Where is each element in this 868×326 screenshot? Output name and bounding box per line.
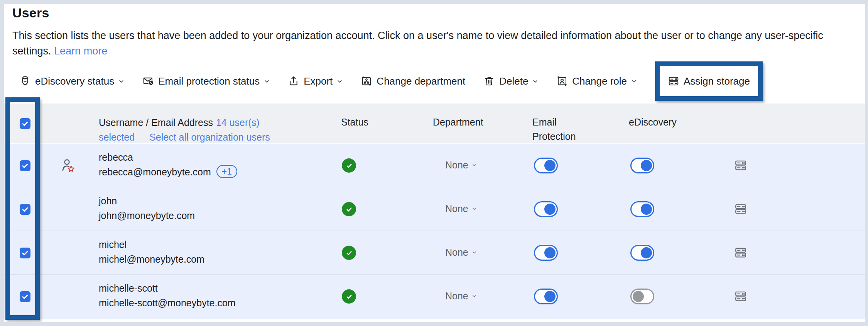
ediscovery-toggle[interactable] xyxy=(630,201,654,217)
page-description: This section lists the users that have b… xyxy=(12,28,845,59)
user-email: rebecca@moneybyte.com+1 xyxy=(99,165,237,179)
change-role-button[interactable]: Change role xyxy=(556,75,637,87)
extra-email-count-badge[interactable]: +1 xyxy=(216,165,237,178)
chevron-down-icon xyxy=(472,250,477,255)
select-all-checkbox[interactable] xyxy=(20,118,30,129)
ediscovery-toggle[interactable] xyxy=(630,289,654,304)
page-title: Users xyxy=(12,5,49,20)
email-protection-icon xyxy=(142,75,154,87)
admin-user-star-icon xyxy=(60,157,76,176)
active-status-icon xyxy=(342,289,356,304)
row-checkbox[interactable] xyxy=(20,204,30,215)
assign-storage-button[interactable]: Assign storage xyxy=(668,75,750,87)
user-name-cell[interactable]: john john@moneybyte.com xyxy=(99,194,195,223)
chevron-down-icon xyxy=(337,78,343,84)
username: rebecca xyxy=(99,150,237,165)
ediscovery-toggle[interactable] xyxy=(630,245,654,261)
chevron-down-icon xyxy=(472,163,477,168)
department-column-header: Department xyxy=(433,115,483,129)
ediscovery-column-header: eDiscovery xyxy=(629,115,677,129)
ediscovery-status-label: eDiscovery status xyxy=(35,75,114,87)
table-row: michelle-scott michelle-scott@moneybyte.… xyxy=(4,275,865,319)
select-all-organization-users-link[interactable]: Select all organization users xyxy=(149,132,270,143)
user-email: michel@moneybyte.com xyxy=(99,252,204,267)
change-department-icon xyxy=(361,75,372,87)
department-dropdown[interactable]: None xyxy=(445,203,477,214)
table-header-row: Username / Email Address14 user(s) selec… xyxy=(4,104,865,144)
department-dropdown[interactable]: None xyxy=(445,290,477,302)
change-role-icon xyxy=(556,75,568,87)
department-dropdown[interactable]: None xyxy=(445,247,477,258)
description-text: This section lists the users that have b… xyxy=(12,30,823,57)
storage-icon[interactable] xyxy=(734,202,747,217)
row-checkbox[interactable] xyxy=(20,248,30,258)
email-protection-column-header: Email Protection xyxy=(532,115,590,144)
username: michelle-scott xyxy=(99,281,236,295)
storage-icon[interactable] xyxy=(734,159,747,173)
active-status-icon xyxy=(342,158,356,173)
storage-icon[interactable] xyxy=(734,290,747,304)
email-protection-status-button[interactable]: Email protection status xyxy=(142,75,270,87)
learn-more-link[interactable]: Learn more xyxy=(54,45,107,57)
table-row: john john@moneybyte.com None xyxy=(4,187,865,231)
export-label: Export xyxy=(304,75,333,87)
chevron-down-icon xyxy=(264,78,270,84)
table-row: michel michel@moneybyte.com None xyxy=(4,231,865,275)
active-status-icon xyxy=(342,246,356,260)
assign-storage-highlight: Assign storage xyxy=(655,61,763,101)
department-dropdown[interactable]: None xyxy=(445,160,477,171)
chevron-down-icon xyxy=(472,206,477,211)
chevron-down-icon xyxy=(118,78,124,84)
user-email: john@moneybyte.com xyxy=(99,208,195,223)
user-name-cell[interactable]: michel michel@moneybyte.com xyxy=(99,237,204,267)
delete-button[interactable]: Delete xyxy=(483,75,538,87)
chevron-down-icon xyxy=(472,294,477,299)
storage-icon[interactable] xyxy=(734,246,747,261)
ediscovery-shield-icon xyxy=(19,75,31,87)
export-button[interactable]: Export xyxy=(288,75,343,87)
active-status-icon xyxy=(342,202,356,216)
change-department-button[interactable]: Change department xyxy=(361,75,465,87)
username: john xyxy=(99,194,195,208)
delete-label: Delete xyxy=(499,75,528,87)
email-protection-status-label: Email protection status xyxy=(158,75,260,87)
row-checkbox[interactable] xyxy=(20,291,30,302)
user-email: michelle-scott@moneybyte.com xyxy=(99,295,236,310)
assign-storage-label: Assign storage xyxy=(684,75,750,87)
ediscovery-status-button[interactable]: eDiscovery status xyxy=(19,75,124,87)
email-protection-toggle[interactable] xyxy=(534,245,558,261)
delete-icon xyxy=(483,75,495,87)
email-protection-toggle[interactable] xyxy=(534,201,558,217)
user-name-cell[interactable]: rebecca rebecca@moneybyte.com+1 xyxy=(99,150,237,179)
username-header-label: Username / Email Address xyxy=(99,117,213,128)
username: michel xyxy=(99,237,204,252)
chevron-down-icon xyxy=(532,78,538,84)
users-table: Username / Email Address14 user(s) selec… xyxy=(4,104,865,319)
storage-icon xyxy=(668,75,679,87)
email-protection-toggle[interactable] xyxy=(534,158,558,173)
table-row: rebecca rebecca@moneybyte.com+1 None xyxy=(4,144,865,187)
export-icon xyxy=(288,75,299,87)
toolbar: eDiscovery status Email protection statu… xyxy=(19,69,763,93)
user-name-cell[interactable]: michelle-scott michelle-scott@moneybyte.… xyxy=(99,281,236,310)
chevron-down-icon xyxy=(631,78,637,84)
username-column-header: Username / Email Address14 user(s) selec… xyxy=(99,115,294,144)
row-checkbox[interactable] xyxy=(20,160,30,171)
status-column-header: Status xyxy=(341,115,368,129)
change-department-label: Change department xyxy=(377,75,465,87)
users-page: Users This section lists the users that … xyxy=(4,4,865,322)
email-protection-toggle[interactable] xyxy=(534,289,558,304)
change-role-label: Change role xyxy=(572,75,627,87)
ediscovery-toggle[interactable] xyxy=(630,158,654,173)
